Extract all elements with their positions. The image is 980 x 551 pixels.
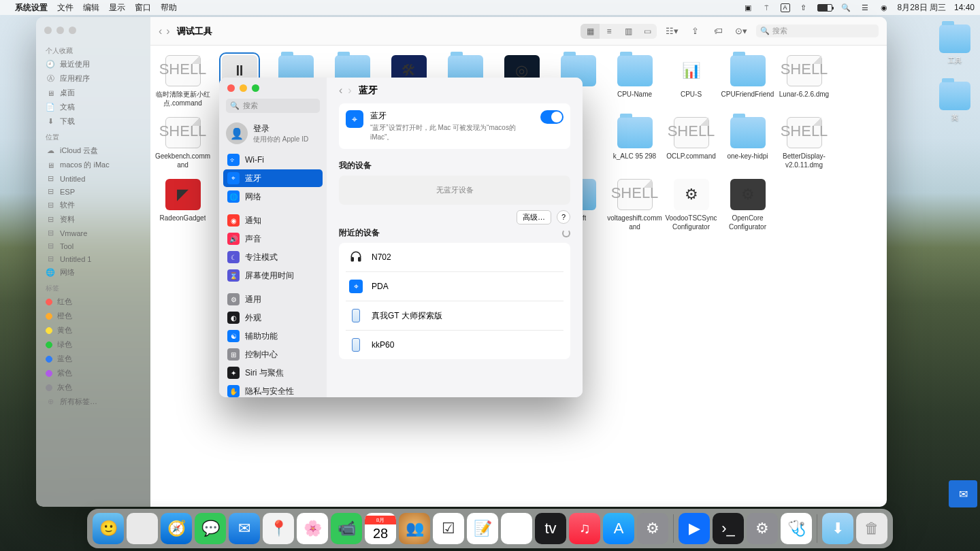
finder-item[interactable]: SHELLBetterDisplay-v2.0.11.dmg xyxy=(776,117,832,169)
nearby-device[interactable]: ⌖PDA xyxy=(346,272,564,301)
close-button[interactable] xyxy=(227,84,235,92)
sidebar-item[interactable]: 🖥桌面 xyxy=(36,86,150,100)
finder-search[interactable]: 🔍 搜索 xyxy=(756,24,879,37)
column-view-button[interactable]: ▥ xyxy=(619,24,638,39)
settings-row[interactable]: ✋隐私与安全性 xyxy=(223,382,323,397)
dock-calendar[interactable]: 8月 28 xyxy=(365,513,396,544)
settings-row[interactable]: ⌛屏幕使用时间 xyxy=(223,267,323,284)
dock-safari[interactable]: 🧭 xyxy=(161,513,192,544)
menubar-script-icon[interactable]: ⍑ xyxy=(762,3,772,12)
sidebar-tag[interactable]: 橙色 xyxy=(36,309,150,323)
finder-item[interactable]: SHELLLunar-6.2.6.dmg xyxy=(776,55,832,107)
settings-row[interactable]: 🔊声音 xyxy=(223,230,323,248)
sidebar-item[interactable]: Ⓐ应用程序 xyxy=(36,71,150,86)
settings-search[interactable]: 🔍 搜索 xyxy=(226,99,320,113)
apple-id-signin[interactable]: 👤 登录 使用你的 Apple ID xyxy=(219,118,327,151)
share-button[interactable]: ⇪ xyxy=(687,24,703,39)
sidebar-tag[interactable]: 红色 xyxy=(36,295,150,309)
zoom-button[interactable] xyxy=(69,27,76,34)
dock-maps[interactable]: 📍 xyxy=(263,513,294,544)
settings-row[interactable]: ⚙通用 xyxy=(223,290,323,308)
menu-window[interactable]: 窗口 xyxy=(135,2,151,14)
back-button[interactable]: ‹ xyxy=(339,84,342,97)
finder-item[interactable]: ⚙OpenCore Configurator xyxy=(719,179,776,231)
menu-edit[interactable]: 编辑 xyxy=(83,2,99,14)
sidebar-item[interactable]: 📄文稿 xyxy=(36,100,150,114)
settings-row[interactable]: ◉通知 xyxy=(223,212,323,229)
sidebar-item[interactable]: ⊟Tool xyxy=(36,239,150,252)
back-button[interactable]: ‹ xyxy=(159,25,162,37)
dock-photos[interactable]: 🌸 xyxy=(297,513,328,544)
nearby-device[interactable]: kkP60 xyxy=(346,331,564,359)
dock-freeform[interactable]: 〰 xyxy=(501,513,532,544)
finder-item[interactable]: ⚙VoodooTSCSync Configurator xyxy=(663,179,719,231)
menubar-app[interactable]: 系统设置 xyxy=(15,2,48,14)
dock-downloads[interactable]: ⬇ xyxy=(822,513,853,544)
sidebar-item[interactable]: 🌐网络 xyxy=(36,265,150,280)
help-button[interactable]: ? xyxy=(557,210,570,224)
dock-music[interactable]: ♫ xyxy=(569,513,600,544)
dock-contacts[interactable]: 👥 xyxy=(399,513,430,544)
settings-row[interactable]: ⊞控制中心 xyxy=(223,346,323,363)
finder-item[interactable]: CPUFriendFriend xyxy=(719,55,776,107)
dock-notes[interactable]: 📝 xyxy=(467,513,498,544)
action-button[interactable]: ⊙▾ xyxy=(733,24,749,39)
menubar-extra-1[interactable]: ▣ xyxy=(742,3,753,12)
sidebar-item[interactable]: ☁iCloud 云盘 xyxy=(36,144,150,158)
menu-help[interactable]: 帮助 xyxy=(161,2,177,14)
dock-app-3[interactable]: 🩺 xyxy=(781,513,812,544)
forward-button[interactable]: › xyxy=(348,84,351,97)
minimize-button[interactable] xyxy=(56,27,64,34)
menubar-time[interactable]: 14:40 xyxy=(954,3,975,12)
sidebar-item[interactable]: ⊟软件 xyxy=(36,198,150,212)
finder-item[interactable]: one-key-hidpi xyxy=(719,117,776,169)
dock-messages[interactable]: 💬 xyxy=(195,513,226,544)
sidebar-item[interactable]: 🖥macos 的 iMac xyxy=(36,158,150,172)
tag-button[interactable]: 🏷 xyxy=(710,24,726,39)
zoom-button[interactable] xyxy=(252,84,259,92)
dock-appstore[interactable]: A xyxy=(603,513,634,544)
dock-tv[interactable]: tv xyxy=(535,513,566,544)
sidebar-tag[interactable]: 紫色 xyxy=(36,366,150,380)
input-source-icon[interactable]: A xyxy=(781,3,790,12)
finder-item[interactable]: SHELLOCLP.command xyxy=(663,117,719,169)
menu-view[interactable]: 显示 xyxy=(109,2,125,14)
sidebar-item[interactable]: ⊟ESP xyxy=(36,185,150,198)
battery-icon[interactable] xyxy=(817,4,832,12)
sidebar-item[interactable]: ⊟资料 xyxy=(36,212,150,227)
group-button[interactable]: ☷▾ xyxy=(664,24,680,39)
menu-file[interactable]: 文件 xyxy=(57,2,74,14)
dock-app-1[interactable]: ▶ xyxy=(679,513,710,544)
finder-item[interactable]: k_ALC 95 298 xyxy=(606,117,663,169)
dock-app-2[interactable]: ⚙ xyxy=(747,513,778,544)
forward-button[interactable]: › xyxy=(166,25,169,37)
view-switcher[interactable]: ▦ ≡ ▥ ▭ xyxy=(581,24,657,39)
sidebar-tag[interactable]: 蓝色 xyxy=(36,352,150,366)
finder-item[interactable]: CPU-Name xyxy=(606,55,663,107)
sidebar-tag[interactable]: 黄色 xyxy=(36,323,150,337)
icon-view-button[interactable]: ▦ xyxy=(581,24,600,39)
dock-system-settings[interactable]: ⚙ xyxy=(637,513,668,544)
finder-item[interactable]: 📊CPU-S xyxy=(663,55,719,107)
control-center-icon[interactable]: ☰ xyxy=(860,3,870,12)
settings-row[interactable]: 🌐网络 xyxy=(223,188,323,205)
settings-row[interactable]: ◐外观 xyxy=(223,309,323,327)
menubar-date[interactable]: 8月28日 周三 xyxy=(898,2,946,14)
gallery-view-button[interactable]: ▭ xyxy=(638,24,657,39)
menubar-extra-3[interactable]: ◉ xyxy=(879,3,889,12)
settings-row[interactable]: ☾专注模式 xyxy=(223,248,323,266)
settings-row[interactable]: ☯辅助功能 xyxy=(223,327,323,345)
dock-trash[interactable]: 🗑 xyxy=(856,513,887,544)
spotlight-icon[interactable]: 🔍 xyxy=(840,3,851,12)
minimize-button[interactable] xyxy=(240,84,247,92)
dock-launchpad[interactable] xyxy=(127,513,158,544)
sidebar-item[interactable]: 🕘最近使用 xyxy=(36,57,150,71)
sidebar-item[interactable]: ⊟Vmware xyxy=(36,227,150,239)
finder-item[interactable]: SHELL临时清除更新小红点.command xyxy=(154,55,211,107)
advanced-button[interactable]: 高级… xyxy=(517,210,551,224)
sidebar-item[interactable]: ⊟Untitled 1 xyxy=(36,252,150,265)
dock-facetime[interactable]: 📹 xyxy=(331,513,362,544)
settings-row[interactable]: ⌖蓝牙 xyxy=(223,169,323,187)
dock-terminal[interactable]: ›_ xyxy=(713,513,744,544)
nearby-device[interactable]: N702 xyxy=(346,243,564,272)
